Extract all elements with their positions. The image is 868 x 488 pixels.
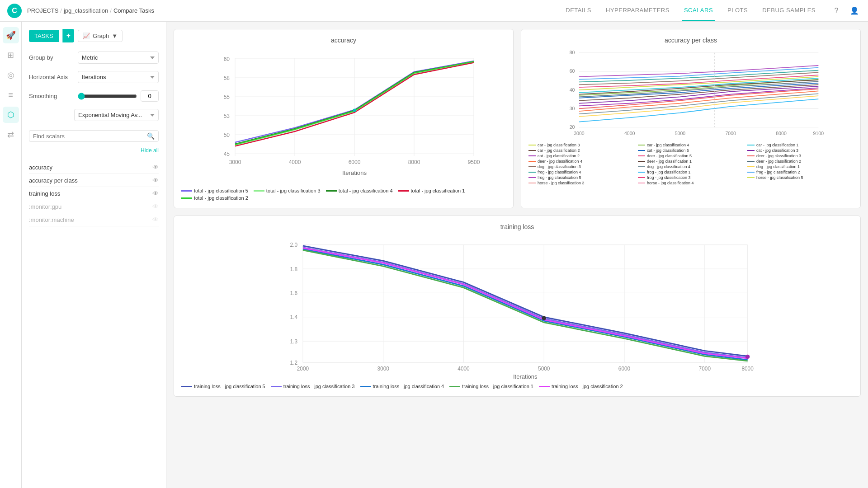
scalar-list: accuracy👁accuracy per class👁training los… <box>29 161 159 226</box>
sidebar-icon-layers[interactable]: ≡ <box>3 87 19 103</box>
top-nav: DETAILSHYPERPARAMETERSSCALARSPLOTSDEBUG … <box>564 0 817 21</box>
legend-item: training loss - jpg classification 5 <box>181 384 265 389</box>
search-row: 🔍 <box>29 130 159 142</box>
legend-item: total - jpg classification 5 <box>181 188 248 193</box>
breadcrumb-sep2: / <box>110 7 112 14</box>
svg-text:8000: 8000 <box>776 131 787 136</box>
legend-item: frog - jpg classification 2 <box>747 170 853 174</box>
scalar-name[interactable]: training loss <box>29 190 60 197</box>
legend-item: total - jpg classification 1 <box>398 188 465 193</box>
svg-text:30: 30 <box>570 106 575 111</box>
svg-text:1.3: 1.3 <box>290 338 298 345</box>
search-container: 🔍 <box>29 130 159 142</box>
eye-icon[interactable]: 👁 <box>152 164 159 171</box>
scalar-name[interactable]: :monitor:machine <box>29 216 74 223</box>
legend-item: training loss - jpg classification 3 <box>271 384 355 389</box>
legend-item: deer - jpg classification 3 <box>747 154 853 158</box>
add-button[interactable]: + <box>62 29 74 42</box>
sidebar-icon-grid[interactable]: ⊞ <box>3 47 19 63</box>
legend-item: car - jpg classification 4 <box>638 143 744 147</box>
group-by-select[interactable]: Metric Task <box>78 52 159 64</box>
eye-icon[interactable]: 👁 <box>152 216 159 223</box>
legend-item: frog - jpg classification 5 <box>528 175 634 180</box>
smoothing-value[interactable]: 0 <box>141 90 159 102</box>
legend-item: cat - jpg classification 5 <box>638 148 744 153</box>
legend-item: car - jpg classification 1 <box>747 143 853 147</box>
scalar-name[interactable]: :monitor:gpu <box>29 203 61 210</box>
scalar-item: training loss👁 <box>29 187 159 200</box>
scalar-name[interactable]: accuracy <box>29 164 52 171</box>
horizontal-axis-label: Horizontal Axis <box>29 74 74 80</box>
smoothing-slider[interactable] <box>78 93 137 100</box>
legend-item: cat - jpg classification 2 <box>528 154 634 158</box>
breadcrumb-projects[interactable]: PROJECTS <box>27 7 58 14</box>
legend-item: cat - jpg classification 3 <box>747 148 853 153</box>
svg-text:80: 80 <box>570 50 575 55</box>
svg-text:60: 60 <box>224 56 230 62</box>
user-button[interactable]: 👤 <box>848 5 861 17</box>
svg-text:58: 58 <box>224 75 230 81</box>
training-loss-title: training loss <box>181 223 853 230</box>
smoothing-method-select[interactable]: Exponential Moving Av... Simple Moving A… <box>74 109 159 121</box>
accuracy-per-class-chart-card: accuracy per class 80 60 40 30 20 3000 4… <box>521 29 861 208</box>
eye-icon[interactable]: 👁 <box>152 190 159 197</box>
top-nav-item-plots[interactable]: PLOTS <box>726 0 750 21</box>
sidebar-icon-eye[interactable]: ◎ <box>3 67 19 83</box>
svg-text:6000: 6000 <box>349 159 361 165</box>
legend-item: deer - jpg classification 5 <box>638 154 744 158</box>
group-by-label: Group by <box>29 54 74 61</box>
legend-item: total - jpg classification 2 <box>181 195 248 201</box>
svg-text:1.2: 1.2 <box>290 360 297 366</box>
top-nav-item-hyperparameters[interactable]: HYPERPARAMETERS <box>604 0 671 21</box>
top-nav-item-debug-samples[interactable]: DEBUG SAMPLES <box>760 0 817 21</box>
svg-text:40: 40 <box>570 87 575 93</box>
svg-text:7000: 7000 <box>699 366 711 372</box>
eye-icon[interactable]: 👁 <box>152 203 159 210</box>
breadcrumb-current: Compare Tasks <box>113 7 154 14</box>
breadcrumb-sep1: / <box>60 7 62 14</box>
svg-text:Iterations: Iterations <box>688 137 709 138</box>
horizontal-axis-select[interactable]: Iterations Time Epochs <box>78 71 159 83</box>
smoothing-label: Smoothing <box>29 93 74 99</box>
breadcrumb-project[interactable]: jpg_classification <box>64 7 108 14</box>
legend-item: training loss - jpg classification 1 <box>449 384 533 389</box>
eye-icon[interactable]: 👁 <box>152 177 159 184</box>
training-loss-chart-card: training loss <box>174 216 861 397</box>
accuracy-per-class-svg: 80 60 40 30 20 3000 4000 5000 7000 8000 … <box>528 47 853 138</box>
hide-all-button[interactable]: Hide all <box>29 147 159 154</box>
scalar-item: accuracy per class👁 <box>29 174 159 187</box>
top-nav-icons: ? 👤 <box>830 5 861 17</box>
svg-text:7000: 7000 <box>725 131 736 136</box>
smoothing-method-row: Exponential Moving Av... Simple Moving A… <box>74 109 159 121</box>
breadcrumb: PROJECTS / jpg_classification / Compare … <box>27 7 154 14</box>
svg-text:3000: 3000 <box>377 366 390 372</box>
scalar-item: :monitor:machine👁 <box>29 213 159 226</box>
help-button[interactable]: ? <box>830 5 843 17</box>
svg-text:9100: 9100 <box>813 131 824 136</box>
svg-text:Iterations: Iterations <box>342 169 367 176</box>
svg-point-69 <box>542 316 546 320</box>
svg-text:4000: 4000 <box>458 366 470 372</box>
sidebar-icon-beaker[interactable]: ⬡ <box>3 107 19 123</box>
search-icon[interactable]: 🔍 <box>147 132 155 140</box>
legend-item: frog - jpg classification 3 <box>638 175 744 180</box>
top-nav-item-details[interactable]: DETAILS <box>564 0 593 21</box>
legend-item: frog - jpg classification 1 <box>638 170 744 174</box>
accuracy-per-class-title: accuracy per class <box>528 37 853 44</box>
graph-button[interactable]: 📈 Graph ▼ <box>78 30 123 42</box>
legend-item: total - jpg classification 3 <box>254 188 321 193</box>
scalar-name[interactable]: accuracy per class <box>29 177 78 184</box>
svg-text:4000: 4000 <box>624 131 635 136</box>
search-input[interactable] <box>33 133 145 140</box>
legend-item: dog - jpg classification 1 <box>747 164 853 169</box>
main-content: accuracy 60 58 <box>166 22 868 488</box>
top-nav-item-scalars[interactable]: SCALARS <box>682 0 715 21</box>
sidebar-icon-rocket[interactable]: 🚀 <box>3 27 19 43</box>
training-loss-svg: 2.0 1.8 1.6 1.4 1.3 1.2 2000 3000 4000 5… <box>181 234 853 379</box>
accuracy-chart-title: accuracy <box>181 37 506 44</box>
tasks-button[interactable]: TASKS <box>29 30 59 42</box>
sidebar-icon-arrows[interactable]: ⇄ <box>3 127 19 143</box>
group-by-row: Group by Metric Task <box>29 52 159 64</box>
svg-text:45: 45 <box>224 151 230 157</box>
svg-text:2.0: 2.0 <box>290 242 298 248</box>
